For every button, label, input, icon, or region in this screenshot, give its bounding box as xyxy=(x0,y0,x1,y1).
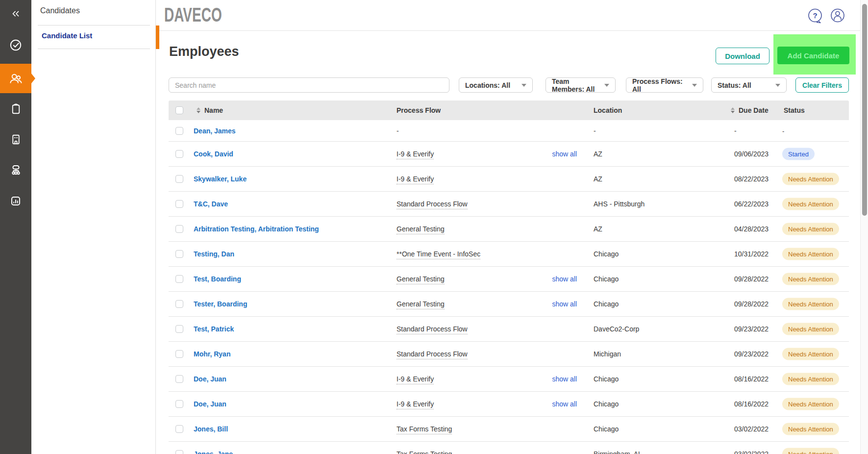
status-cell: Needs Attention xyxy=(782,398,839,410)
status-badge: Needs Attention xyxy=(782,173,839,185)
rail-item-company[interactable] xyxy=(0,125,31,154)
due-date-cell: 09/23/2022 xyxy=(734,350,769,358)
location-cell: Chicago xyxy=(594,275,619,283)
candidate-name-link[interactable]: Jones, Bill xyxy=(194,425,228,433)
candidate-name-link[interactable]: Tester, Boarding xyxy=(194,300,247,308)
row-checkbox[interactable] xyxy=(175,400,183,408)
search-input[interactable] xyxy=(169,77,449,93)
candidate-name-link[interactable]: Jones, Jane xyxy=(194,450,233,454)
row-checkbox[interactable] xyxy=(175,450,183,454)
rail-item-tasks[interactable] xyxy=(0,30,31,60)
select-all-checkbox[interactable] xyxy=(175,106,183,114)
download-button[interactable]: Download xyxy=(716,48,769,64)
row-checkbox[interactable] xyxy=(175,300,183,308)
bar-chart-icon xyxy=(8,194,23,208)
column-header-name[interactable]: Name xyxy=(204,106,223,114)
show-all-link[interactable]: show all xyxy=(531,300,577,308)
process-flow-text: **One Time Event - InfoSec xyxy=(397,250,480,259)
row-checkbox[interactable] xyxy=(175,425,183,433)
people-icon xyxy=(8,71,24,86)
due-date-cell: 09/28/2022 xyxy=(734,275,769,283)
rail-item-process-flows[interactable] xyxy=(0,155,31,185)
status-badge: Needs Attention xyxy=(782,223,839,235)
status-badge: Needs Attention xyxy=(782,248,839,260)
candidate-name-link[interactable]: Dean, James xyxy=(194,127,236,135)
column-header-due-date[interactable]: Due Date xyxy=(739,106,769,114)
process-flow-cell: General Testing xyxy=(397,300,445,308)
table-row: Jones, Jane Tax Forms Testing Birmingham… xyxy=(169,442,849,454)
main-content: DAVECO ? Employees Download Ad xyxy=(156,0,868,454)
vertical-scrollbar[interactable] xyxy=(860,0,868,454)
show-all-link[interactable]: show all xyxy=(531,375,577,383)
table-row: Testing, Dan **One Time Event - InfoSec … xyxy=(169,242,849,267)
row-checkbox[interactable] xyxy=(175,375,183,383)
table-row: Jones, Bill Tax Forms Testing Chicago 03… xyxy=(169,417,849,442)
candidate-name-link[interactable]: Cook, David xyxy=(194,150,233,158)
candidate-name-link[interactable]: Testing, Dan xyxy=(194,250,234,258)
row-checkbox[interactable] xyxy=(175,250,183,258)
table-row: Doe, Juan I-9 & Everify show all Chicago… xyxy=(169,392,849,417)
status-filter-dropdown[interactable]: Status: All xyxy=(711,77,787,93)
add-candidate-highlight: Add Candidate xyxy=(773,34,856,75)
status-cell: Needs Attention xyxy=(782,448,839,454)
row-checkbox[interactable] xyxy=(175,225,183,233)
sort-due-date-icon[interactable] xyxy=(731,107,735,113)
status-badge: Needs Attention xyxy=(782,323,839,335)
location-cell: Chicago xyxy=(594,425,619,433)
process-flow-cell: Standard Process Flow xyxy=(397,350,468,358)
subnav-title: Candidates xyxy=(40,6,80,15)
locations-filter-label: Locations: All xyxy=(465,81,510,89)
scrollbar-thumb[interactable] xyxy=(862,4,867,216)
location-cell: - xyxy=(594,127,596,135)
candidate-name-link[interactable]: Doe, Juan xyxy=(194,375,226,383)
candidate-name-link[interactable]: Test, Patrick xyxy=(194,325,234,333)
row-checkbox[interactable] xyxy=(175,200,183,208)
subnav-item-candidate-list[interactable]: Candidate List xyxy=(42,31,92,40)
help-button[interactable]: ? xyxy=(807,8,823,24)
section-accent-stripe xyxy=(156,25,159,49)
add-candidate-button[interactable]: Add Candidate xyxy=(777,47,849,64)
process-flow-text: General Testing xyxy=(397,275,445,284)
show-all-link[interactable]: show all xyxy=(531,275,577,283)
app-logo: DAVECO xyxy=(164,4,222,26)
divider xyxy=(38,49,150,49)
row-checkbox[interactable] xyxy=(175,275,183,283)
candidate-name-link[interactable]: Mohr, Ryan xyxy=(194,350,230,358)
row-checkbox[interactable] xyxy=(175,127,183,135)
team-members-filter-dropdown[interactable]: Team Members: All xyxy=(546,77,616,93)
candidate-name-link[interactable]: Test, Boarding xyxy=(194,275,241,283)
row-checkbox[interactable] xyxy=(175,350,183,358)
collapse-sidebar-button[interactable] xyxy=(0,4,31,24)
location-cell: Birmingham, AL xyxy=(594,450,642,454)
sort-name-icon[interactable] xyxy=(197,107,200,113)
clear-filters-button[interactable]: Clear Filters xyxy=(795,77,849,93)
process-flow-cell: General Testing xyxy=(397,225,445,233)
account-button[interactable] xyxy=(830,8,845,24)
locations-filter-dropdown[interactable]: Locations: All xyxy=(459,77,533,93)
status-badge: Needs Attention xyxy=(782,423,839,435)
process-flow-cell: I-9 & Everify xyxy=(397,175,434,183)
location-cell: Chicago xyxy=(594,400,619,408)
candidate-name-link[interactable]: Arbitration Testing, Arbitration Testing xyxy=(194,225,319,233)
column-header-status: Status xyxy=(784,106,805,114)
candidate-name-link[interactable]: Skywalker, Luke xyxy=(194,175,247,183)
row-checkbox[interactable] xyxy=(175,150,183,158)
location-cell: AHS - Pittsburgh xyxy=(594,200,645,208)
show-all-link[interactable]: show all xyxy=(531,400,577,408)
process-flows-filter-dropdown[interactable]: Process Flows: All xyxy=(626,77,703,93)
rail-item-forms[interactable] xyxy=(0,94,31,124)
column-header-process-flow: Process Flow xyxy=(397,106,441,114)
table-body: Dean, James - - - - Cook, David I-9 & Ev… xyxy=(169,120,849,454)
row-checkbox[interactable] xyxy=(175,325,183,333)
status-badge: Started xyxy=(782,148,815,160)
show-all-link[interactable]: show all xyxy=(531,150,577,158)
rail-item-candidates[interactable] xyxy=(0,64,31,93)
rail-item-reports[interactable] xyxy=(0,186,31,216)
due-date-cell: 09/28/2022 xyxy=(734,300,769,308)
row-checkbox[interactable] xyxy=(175,175,183,183)
status-cell: Needs Attention xyxy=(782,223,839,235)
table-row: T&C, Dave Standard Process Flow AHS - Pi… xyxy=(169,192,849,217)
due-date-cell: 09/23/2022 xyxy=(734,325,769,333)
candidate-name-link[interactable]: T&C, Dave xyxy=(194,200,228,208)
candidate-name-link[interactable]: Doe, Juan xyxy=(194,400,226,408)
